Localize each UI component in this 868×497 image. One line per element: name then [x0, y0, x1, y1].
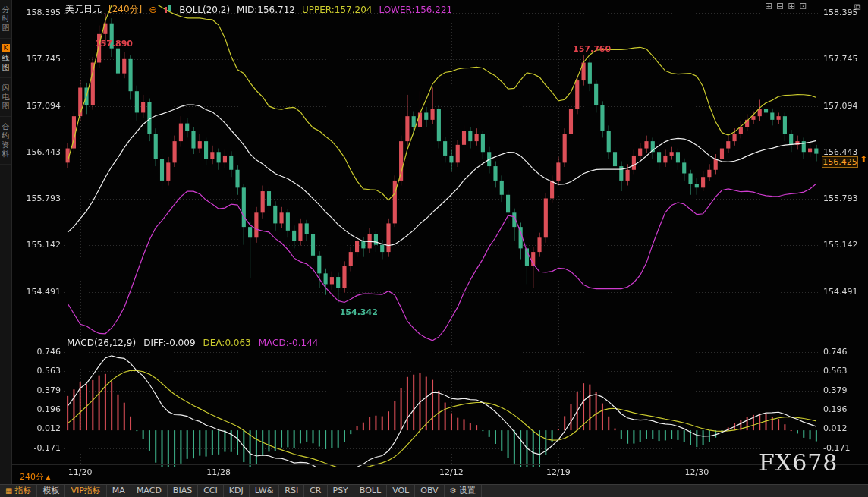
macd-axis-label-left: 0.379 [12, 385, 61, 395]
sidebar-item-kline-chart[interactable]: K线图 [0, 39, 11, 78]
toolbar-item-templates[interactable]: 模板 [37, 485, 65, 497]
window-layout-icons: ⊞⊟⊞⊡ [765, 2, 807, 11]
toolbar-item-boll[interactable]: BOLL [354, 485, 387, 497]
popout-icon[interactable]: ⧉ [854, 2, 861, 12]
symbol-name: 美元日元 [65, 3, 102, 16]
toolbar-item-ma[interactable]: MA [107, 485, 131, 497]
toolbar-item-label: VIP指标 [71, 486, 100, 495]
toolbar-item-label: BOLL [360, 486, 381, 495]
macd-title: MACD(26,12,9) [67, 338, 136, 348]
macd-dea-value: DEA:0.063 [203, 338, 251, 348]
toolbar-item-bias[interactable]: BIAS [168, 485, 198, 497]
sidebar-item-label: 线图 [2, 54, 10, 71]
y-axis-label-right: 157.745 [823, 54, 866, 64]
candlestick-icon [164, 5, 172, 14]
layout-grid-icon[interactable]: ⊞ [788, 2, 795, 11]
gear-icon: ⚙ [450, 486, 457, 495]
x-axis-date-label: 12/30 [678, 467, 715, 477]
x-axis-date-label: 12/12 [432, 467, 470, 477]
period-footer-label: 240分 [20, 472, 44, 482]
y-axis-label-left: 154.491 [12, 287, 61, 297]
toolbar-item-lwr[interactable]: LW& [250, 485, 280, 497]
x-axis-date-label: 11/20 [61, 467, 99, 477]
chart-header: 美元日元 [240分] ⊖ BOLL(20,2) MID:156.712 UPP… [65, 3, 452, 16]
sidebar-item-contract-info[interactable]: 合约资料 [0, 117, 11, 165]
y-axis-label-left: 157.094 [12, 101, 61, 111]
sidebar-item-lightning-chart[interactable]: 闪电图 [0, 78, 11, 117]
layout-dual-icon[interactable]: ⊟ [776, 2, 784, 11]
macd-axis-label-left: 0.012 [12, 423, 61, 433]
y-axis-label-left: 157.745 [12, 54, 61, 64]
macd-axis-label-left: 0.563 [12, 366, 61, 376]
toolbar-item-label: 指标 [14, 486, 31, 495]
toolbar-item-cr[interactable]: CR [304, 485, 327, 497]
kline-badge: K [2, 44, 10, 52]
toolbar-item-cci[interactable]: CCI [198, 485, 224, 497]
macd-axis-label-right: 0.196 [823, 404, 866, 414]
toolbar-item-indicators[interactable]: ▦指标 [0, 485, 37, 497]
boll-mid-value: MID:156.712 [237, 5, 295, 15]
watermark: FX678 [759, 449, 838, 476]
macd-axis-label-right: 0.563 [823, 366, 866, 376]
layout-single-icon[interactable]: ⊞ [765, 2, 772, 11]
macd-axis-label-right: 0.379 [823, 385, 866, 395]
y-axis-label-right: 154.491 [823, 287, 866, 297]
price-annotation: 157.890 [95, 39, 133, 49]
layout-custom-icon[interactable]: ⊡ [799, 2, 807, 11]
toolbar-item-label: CCI [203, 486, 218, 495]
toolbar-item-label: VOL [392, 486, 409, 495]
price-annotation: 154.342 [340, 307, 378, 317]
price-marker-icon[interactable]: ⬆ [860, 154, 867, 165]
chart-type-sidebar: 分时图K线图闪电图合约资料 [0, 0, 12, 497]
candlestick-chart-canvas[interactable] [0, 0, 868, 497]
macd-header: MACD(26,12,9) DIFF:-0.009 DEA:0.063 MACD… [67, 338, 318, 348]
macd-axis-label-right: 0.746 [823, 347, 866, 357]
y-axis-label-left: 156.443 [12, 147, 61, 157]
collapse-triangle-icon: ▲ [46, 473, 51, 481]
period-toggle[interactable]: 240分▲ [20, 471, 51, 483]
macd-diff-value: DIFF:-0.009 [143, 338, 195, 348]
macd-axis-label-left: 0.746 [12, 347, 61, 357]
boll-lower-value: LOWER:156.221 [379, 5, 452, 15]
toolbar-item-psy[interactable]: PSY [328, 485, 354, 497]
toolbar-item-label: 设置 [459, 486, 476, 495]
toolbar-item-label: OBV [420, 486, 438, 495]
boll-indicator-label: BOLL(20,2) [179, 5, 230, 15]
indicator-toolbar: ▦指标模板VIP指标MAMACDBIASCCIKDJLW&RSICRPSYBOL… [0, 484, 868, 497]
macd-axis-label-left: -0.171 [12, 443, 61, 453]
toolbar-item-vol[interactable]: VOL [387, 485, 415, 497]
y-axis-label-left: 158.395 [12, 8, 61, 17]
toolbar-item-label: CR [310, 486, 321, 495]
toolbar-item-rsi[interactable]: RSI [279, 485, 304, 497]
toolbar-item-label: MA [112, 486, 125, 495]
sidebar-item-label: 闪电图 [2, 83, 10, 110]
toolbar-item-label: LW& [255, 486, 274, 495]
y-axis-label-right: 155.793 [823, 193, 866, 203]
toolbar-item-macd[interactable]: MACD [131, 485, 168, 497]
macd-macd-value: MACD:-0.144 [259, 338, 319, 348]
minus-circle-icon[interactable]: ⊖ [149, 5, 157, 14]
indicator-grid-icon: ▦ [5, 486, 12, 495]
trading-terminal: 美元日元 [240分] ⊖ BOLL(20,2) MID:156.712 UPP… [0, 0, 868, 497]
toolbar-item-label: MACD [137, 486, 162, 495]
price-annotation: 157.760 [573, 44, 611, 54]
toolbar-item-label: KDJ [229, 486, 244, 495]
toolbar-item-vip-indicators[interactable]: VIP指标 [65, 485, 106, 497]
toolbar-item-label: 模板 [42, 486, 59, 495]
y-axis-label-right: 157.094 [823, 101, 866, 111]
macd-axis-label-right: 0.012 [823, 423, 866, 433]
sidebar-item-time-chart[interactable]: 分时图 [0, 0, 11, 39]
macd-axis-label-left: 0.196 [12, 404, 61, 414]
toolbar-item-obv[interactable]: OBV [415, 485, 444, 497]
toolbar-item-label: RSI [285, 486, 298, 495]
x-axis-date-label: 11/28 [200, 467, 237, 477]
panel-divider [0, 464, 868, 465]
y-axis-label-left: 155.142 [12, 240, 61, 250]
period-label: [240分] [108, 3, 142, 16]
boll-upper-value: UPPER:157.204 [302, 5, 372, 15]
last-price-tag: 156.425 [822, 156, 858, 168]
toolbar-item-settings[interactable]: ⚙设置 [445, 485, 482, 497]
toolbar-item-kdj[interactable]: KDJ [224, 485, 250, 497]
sidebar-item-label: 合约资料 [2, 122, 10, 158]
y-axis-label-right: 155.142 [823, 240, 866, 250]
